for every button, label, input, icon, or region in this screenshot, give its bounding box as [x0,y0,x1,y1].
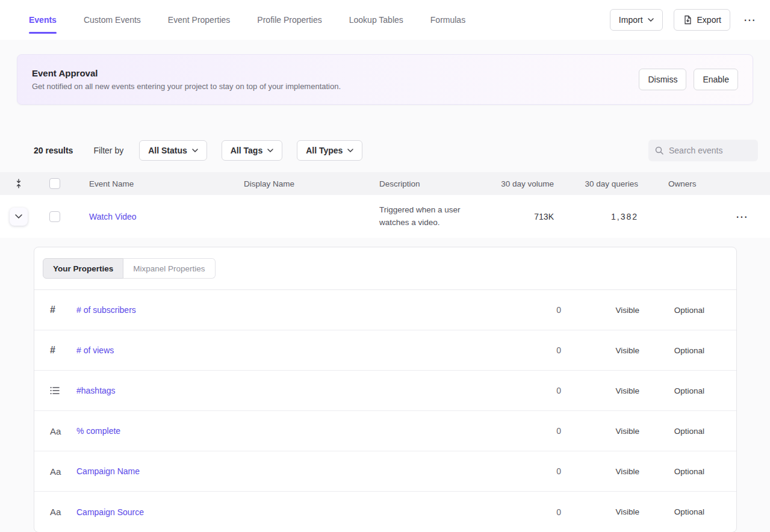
property-visibility[interactable]: Visible [561,467,639,476]
events-table-header: Event Name Display Name Description 30 d… [0,172,770,195]
tab-lookup-tables[interactable]: Lookup Tables [349,0,403,40]
property-count: 0 [501,507,561,517]
select-all-checkbox[interactable] [49,178,60,189]
property-count: 0 [501,345,561,355]
search-box [648,140,758,161]
more-options-button[interactable]: ⋯ [741,11,758,28]
text-type-icon: Aa [50,507,76,517]
event-queries: 1,382 [554,212,638,221]
chevron-down-icon [347,149,353,152]
collapse-all-icon[interactable] [14,179,23,188]
types-filter-label: All Types [306,146,343,155]
property-requirement[interactable]: Optional [639,346,704,355]
row-actions-button[interactable]: ⋯ [733,208,750,225]
tab-profile-properties[interactable]: Profile Properties [257,0,321,40]
property-name-link[interactable]: % complete [76,426,120,436]
header-display-name: Display Name [232,179,367,188]
more-dots-icon: ⋯ [744,13,756,26]
banner-actions: Dismiss Enable [639,69,738,90]
properties-tab-group: Your Properties Mixpanel Properties [43,258,216,279]
search-input[interactable] [669,146,752,155]
status-filter-label: All Status [148,146,187,155]
chevron-down-icon [15,214,22,218]
import-button-label: Import [619,15,643,25]
property-count: 0 [501,466,561,476]
dismiss-button[interactable]: Dismiss [639,69,686,90]
filter-by-label: Filter by [93,146,123,155]
header-volume: 30 day volume [482,179,554,188]
status-filter-dropdown[interactable]: All Status [139,140,207,161]
list-type-icon [50,386,76,395]
results-count: 20 results [34,146,73,155]
number-type-icon: # [50,345,76,356]
event-description: Triggered when a user watches a video. [367,204,482,229]
header-event-name: Event Name [72,179,232,188]
more-dots-icon: ⋯ [736,210,748,223]
table-row: Watch Video Triggered when a user watche… [0,195,770,238]
nav-actions: Import Export ⋯ [610,9,758,31]
property-name-link[interactable]: Campaign Source [76,507,144,517]
property-visibility[interactable]: Visible [561,507,639,516]
list-item: Aa Campaign Name 0 Visible Optional [34,451,736,492]
tab-formulas[interactable]: Formulas [430,0,465,40]
header-queries: 30 day queries [554,179,638,188]
properties-tabbar: Your Properties Mixpanel Properties [34,247,736,290]
row-expander-button[interactable] [10,208,28,226]
property-name-link[interactable]: # of subscribers [76,305,136,315]
types-filter-dropdown[interactable]: All Types [297,140,362,161]
property-visibility[interactable]: Visible [561,386,639,395]
event-volume: 713K [482,212,554,221]
property-name-link[interactable]: #hashtags [76,386,116,395]
banner-text: Event Approval Get notified on all new e… [32,68,341,91]
property-requirement[interactable]: Optional [639,427,704,436]
event-name-link[interactable]: Watch Video [89,212,137,221]
nav-tabs: Events Custom Events Event Properties Pr… [29,0,465,40]
property-count: 0 [501,426,561,436]
text-type-icon: Aa [50,466,76,477]
property-count: 0 [501,305,561,315]
chevron-down-icon [192,149,198,152]
export-button-label: Export [697,15,721,25]
list-item: # # of subscribers 0 Visible Optional [34,290,736,330]
properties-panel: Your Properties Mixpanel Properties # # … [34,247,737,532]
tab-event-properties[interactable]: Event Properties [168,0,231,40]
property-count: 0 [501,386,561,395]
enable-button[interactable]: Enable [694,69,738,90]
chevron-down-icon [267,149,273,152]
filter-row: 20 results Filter by All Status All Tags… [0,140,770,161]
property-visibility[interactable]: Visible [561,427,639,436]
text-type-icon: Aa [50,426,76,436]
property-requirement[interactable]: Optional [639,507,704,516]
number-type-icon: # [50,305,76,315]
tags-filter-label: All Tags [231,146,262,155]
tags-filter-dropdown[interactable]: All Tags [222,140,282,161]
top-navigation: Events Custom Events Event Properties Pr… [0,0,770,40]
property-requirement[interactable]: Optional [639,306,704,315]
search-icon [654,146,664,155]
list-item: #hashtags 0 Visible Optional [34,371,736,411]
event-approval-banner: Event Approval Get notified on all new e… [17,54,753,105]
property-visibility[interactable]: Visible [561,346,639,355]
import-button[interactable]: Import [610,9,663,31]
tab-mixpanel-properties[interactable]: Mixpanel Properties [123,258,215,279]
list-item: Aa % complete 0 Visible Optional [34,411,736,451]
header-owners: Owners [638,179,728,188]
list-item: # # of views 0 Visible Optional [34,330,736,371]
property-visibility[interactable]: Visible [561,306,639,315]
row-checkbox[interactable] [49,211,60,222]
export-csv-icon [683,15,692,25]
property-requirement[interactable]: Optional [639,467,704,476]
tab-custom-events[interactable]: Custom Events [84,0,141,40]
list-item: Aa Campaign Source 0 Visible Optional [34,492,736,532]
banner-subtitle: Get notified on all new events entering … [32,82,341,91]
tab-events[interactable]: Events [29,0,57,40]
tab-your-properties[interactable]: Your Properties [43,258,123,279]
banner-title: Event Approval [32,68,341,78]
chevron-down-icon [648,18,654,22]
header-description: Description [367,179,482,188]
property-requirement[interactable]: Optional [639,386,704,395]
property-name-link[interactable]: # of views [76,345,114,355]
property-name-link[interactable]: Campaign Name [76,466,140,476]
export-button[interactable]: Export [674,9,730,31]
